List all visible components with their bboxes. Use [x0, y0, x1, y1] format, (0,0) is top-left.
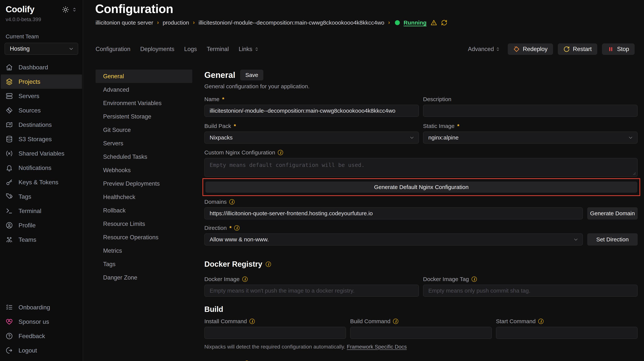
sidebar-item-terminal[interactable]: Terminal: [0, 204, 83, 218]
home-icon: [6, 64, 13, 71]
publish-directory-label: Publish Directory *: [423, 360, 638, 361]
domains-input[interactable]: [204, 207, 583, 219]
name-input[interactable]: [204, 105, 419, 117]
info-icon[interactable]: i: [538, 319, 544, 324]
coolify-app: Coolify v4.0.0-beta.399 Current Team Hos…: [0, 0, 644, 361]
start-command-label: Start Command i: [496, 318, 638, 324]
static-image-select[interactable]: nginx:alpine: [423, 132, 638, 144]
brand-logo: Coolify: [6, 4, 34, 14]
info-icon[interactable]: i: [234, 225, 240, 231]
required-asterisk: *: [229, 225, 232, 231]
subnav-danger-zone[interactable]: Danger Zone: [96, 271, 192, 284]
sidebar-item-servers[interactable]: Servers: [0, 89, 83, 103]
docker-image-input[interactable]: [204, 285, 419, 297]
refresh-icon[interactable]: [441, 20, 448, 26]
framework-docs-link[interactable]: Framework Specific Docs: [347, 344, 406, 350]
info-icon[interactable]: i: [393, 319, 398, 324]
breadcrumb-application[interactable]: illicitestonion/-module--decomposition:m…: [198, 20, 384, 26]
tab-terminal[interactable]: Terminal: [207, 46, 229, 53]
general-description: General configuration for your applicati…: [204, 83, 638, 90]
subnav-resource-operations[interactable]: Resource Operations: [96, 231, 192, 244]
tab-links[interactable]: Links: [239, 46, 259, 53]
save-button[interactable]: Save: [240, 70, 263, 80]
subnav-general[interactable]: General: [96, 70, 192, 83]
build-command-label: Build Command i: [350, 318, 492, 324]
theme-sun-icon[interactable]: [62, 6, 69, 13]
sidebar-item-s3-storages[interactable]: S3 Storages: [0, 132, 83, 146]
sidebar-item-sources[interactable]: Sources: [0, 103, 83, 118]
redeploy-button[interactable]: Redeploy: [508, 44, 553, 55]
name-label: Name*: [204, 96, 419, 102]
build-command-input[interactable]: [350, 327, 492, 339]
subnav-rollback[interactable]: Rollback: [96, 204, 192, 217]
sidebar-item-logout[interactable]: Logout: [0, 343, 83, 357]
description-label: Description: [423, 96, 638, 102]
subnav-preview-deployments[interactable]: Preview Deployments: [96, 177, 192, 190]
docker-image-tag-label: Docker Image Tag i: [423, 276, 638, 282]
sidebar-item-destinations[interactable]: Destinations: [0, 118, 83, 132]
info-icon[interactable]: i: [278, 150, 283, 155]
subnav-metrics[interactable]: Metrics: [96, 244, 192, 257]
docker-image-tag-input[interactable]: [423, 285, 638, 297]
sidebar-item-profile[interactable]: Profile: [0, 218, 83, 232]
install-command-label: Install Command i: [204, 318, 346, 324]
subnav-environment-variables[interactable]: Environment Variables: [96, 96, 192, 110]
custom-nginx-textarea[interactable]: [204, 158, 638, 177]
theme-chevrons-icon[interactable]: [72, 7, 77, 12]
layers-icon: [6, 78, 13, 85]
sidebar-item-teams[interactable]: Teams: [0, 232, 83, 247]
subnav-scheduled-tasks[interactable]: Scheduled Tasks: [96, 150, 192, 164]
sidebar-item-onboarding[interactable]: Onboarding: [0, 300, 83, 314]
status-badge[interactable]: Running: [404, 20, 427, 26]
tab-logs[interactable]: Logs: [184, 46, 197, 53]
subnav-healthcheck[interactable]: Healthcheck: [96, 190, 192, 204]
direction-select[interactable]: Allow www & non-www.: [204, 233, 583, 245]
tab-deployments[interactable]: Deployments: [140, 46, 174, 53]
install-command-input[interactable]: [204, 327, 346, 339]
sidebar-item-projects[interactable]: Projects: [1, 75, 82, 89]
required-asterisk: *: [457, 123, 460, 129]
build-pack-select[interactable]: Nixpacks: [204, 132, 419, 144]
info-icon[interactable]: i: [250, 319, 255, 324]
nixpacks-note: Nixpacks will detect the required config…: [204, 344, 638, 350]
team-select[interactable]: Hosting: [4, 43, 78, 55]
subnav-resource-limits[interactable]: Resource Limits: [96, 217, 192, 231]
description-input[interactable]: [423, 105, 638, 117]
static-image-label: Static Image*: [423, 123, 638, 129]
info-icon[interactable]: i: [472, 276, 477, 282]
generate-domain-button[interactable]: Generate Domain: [587, 207, 638, 219]
advanced-dropdown[interactable]: Advanced: [468, 46, 500, 53]
sidebar-item-feedback[interactable]: Feedback: [0, 329, 83, 343]
info-icon[interactable]: i: [242, 276, 248, 282]
restart-button[interactable]: Restart: [558, 44, 597, 55]
warning-icon[interactable]: [430, 19, 437, 26]
subnav-persistent-storage[interactable]: Persistent Storage: [96, 110, 192, 123]
map-icon: [6, 121, 13, 128]
sidebar-item-keys-tokens[interactable]: Keys & Tokens: [0, 175, 83, 189]
subnav-tags[interactable]: Tags: [96, 257, 192, 271]
subnav-webhooks[interactable]: Webhooks: [96, 164, 192, 177]
breadcrumb-project[interactable]: illicitonion quote server: [96, 20, 153, 26]
sidebar-item-tags[interactable]: Tags: [0, 189, 83, 204]
resize-grip-icon[interactable]: [633, 172, 636, 175]
general-heading: General: [204, 70, 235, 80]
subnav-advanced[interactable]: Advanced: [96, 83, 192, 96]
sidebar-item-dashboard[interactable]: Dashboard: [0, 60, 83, 75]
info-icon[interactable]: i: [229, 199, 234, 204]
breadcrumb-environment[interactable]: production: [162, 20, 189, 26]
sidebar-item-shared-variables[interactable]: Shared Variables: [0, 146, 83, 161]
direction-label: Direction * i: [204, 225, 638, 231]
start-command-input[interactable]: [496, 327, 638, 339]
config-subnav: General Advanced Environment Variables P…: [96, 70, 192, 284]
sidebar-item-notifications[interactable]: Notifications: [0, 161, 83, 175]
breadcrumb-separator: ›: [193, 19, 195, 26]
tabbar: Configuration Deployments Logs Terminal …: [96, 43, 634, 55]
subnav-git-source[interactable]: Git Source: [96, 123, 192, 137]
generate-nginx-config-button[interactable]: Generate Default Nginx Configuration: [206, 182, 637, 193]
set-direction-button[interactable]: Set Direction: [587, 233, 638, 245]
subnav-servers[interactable]: Servers: [96, 137, 192, 150]
info-icon[interactable]: i: [266, 262, 271, 267]
sidebar-item-sponsor-us[interactable]: Sponsor us: [0, 314, 83, 329]
tab-configuration[interactable]: Configuration: [96, 46, 130, 53]
stop-button[interactable]: Stop: [602, 44, 634, 55]
